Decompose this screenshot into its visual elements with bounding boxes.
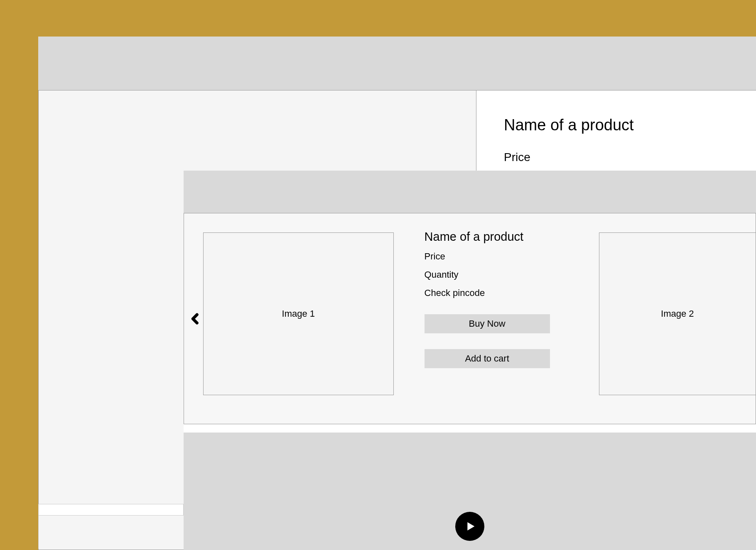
carousel-image-2[interactable]: Image 2 [599, 232, 756, 395]
back-header-bar [38, 37, 756, 90]
play-icon[interactable] [455, 512, 484, 541]
chevron-left-icon[interactable] [188, 312, 202, 326]
back-product-title: Name of a product [504, 116, 729, 134]
product-title: Name of a product [425, 230, 550, 244]
carousel-image-1[interactable]: Image 1 [203, 232, 394, 395]
svg-marker-0 [467, 522, 474, 530]
product-price: Price [425, 251, 550, 262]
product-quantity: Quantity [425, 269, 550, 280]
add-to-cart-button[interactable]: Add to cart [425, 349, 550, 368]
front-carousel-body: Image 1 Name of a product Price Quantity… [184, 213, 756, 424]
back-product-price: Price [504, 151, 729, 164]
front-header-bar [184, 171, 756, 213]
buy-now-button[interactable]: Buy Now [425, 314, 550, 333]
product-info-column: Name of a product Price Quantity Check p… [425, 230, 550, 368]
back-strip-grey [38, 516, 184, 549]
video-placeholder [184, 433, 756, 550]
image-label: Image 2 [661, 308, 694, 319]
back-strip-white [38, 504, 184, 516]
image-label: Image 1 [282, 308, 315, 319]
product-pincode: Check pincode [425, 288, 550, 298]
